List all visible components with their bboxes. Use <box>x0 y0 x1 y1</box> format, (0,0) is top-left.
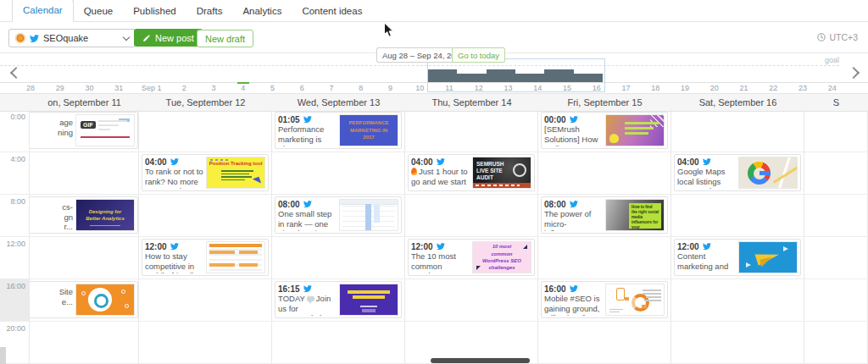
calendar-cell[interactable]: 16:15 TODAYJoin us for #SEMrushchat... <box>272 279 405 321</box>
post-text: One small step in rank — one giant leap … <box>278 209 337 231</box>
time-label: 16:00 <box>0 279 30 321</box>
clock-icon <box>817 33 826 41</box>
calendar-cell[interactable] <box>804 237 868 279</box>
post-card[interactable]: 12:00 Content marketing and #SEO: How to… <box>674 239 801 276</box>
calendar-cell[interactable]: 08:00 One small step in rank — one giant… <box>272 195 405 236</box>
post-card[interactable]: 08:00 One small step in rank — one giant… <box>275 196 402 234</box>
post-thumbnail: Designing for Better Analytics <box>75 199 135 231</box>
calendar-cell[interactable] <box>804 195 868 236</box>
post-time: 08:00 <box>544 200 566 209</box>
calendar-cell[interactable] <box>671 195 804 236</box>
post-time: 16:15 <box>278 284 300 294</box>
calendar-cell[interactable] <box>804 322 868 363</box>
post-card[interactable]: 16:00 Mobile #SEO is gaining ground, sti… <box>541 281 668 318</box>
calendar-cell[interactable] <box>804 110 868 152</box>
calendar-cell[interactable] <box>272 237 405 279</box>
timeline-selection-window[interactable] <box>427 58 605 92</box>
calendar-cell[interactable] <box>405 195 538 236</box>
post-text: Mobile #SEO is gaining ground, still, a … <box>544 294 603 316</box>
calendar-cell[interactable] <box>30 322 139 363</box>
post-time: 04:00 <box>145 157 167 167</box>
calendar-cell[interactable]: age ning GIF <box>30 110 139 152</box>
day-header: Thu, September 14 <box>405 97 538 108</box>
post-text: How to stay competitive in mobile-friend… <box>145 251 203 273</box>
vertical-scrollbar-fragment[interactable] <box>0 347 6 364</box>
calendar-cell[interactable] <box>30 152 139 194</box>
tab-calendar[interactable]: Calendar <box>12 0 74 22</box>
timeline-prev-arrow[interactable] <box>10 67 22 79</box>
post-text: cs- gn r... <box>30 202 73 231</box>
timeline-next-arrow[interactable] <box>848 67 860 79</box>
post-card[interactable]: age ning GIF <box>30 112 138 149</box>
tab-drafts[interactable]: Drafts <box>186 1 233 22</box>
calendar-cell[interactable]: 00:00 [SEMrush Solutions] How to discove… <box>538 110 671 152</box>
calendar-cell[interactable] <box>139 322 272 363</box>
post-card[interactable]: 04:00 Just 1 hour to go and we start our… <box>408 154 535 191</box>
twitter-icon <box>303 284 312 293</box>
calendar-cell[interactable]: 04:00 Google Maps local listings can now… <box>671 152 804 194</box>
calendar-cell[interactable] <box>30 237 139 279</box>
post-card[interactable]: Site e... <box>30 281 138 318</box>
calendar-cell[interactable] <box>804 279 868 321</box>
post-thumbnail <box>339 199 398 231</box>
calendar-cell[interactable]: 12:00 How to stay competitive in mobile-… <box>139 237 272 279</box>
calendar-cell[interactable]: 04:00 To rank or not to rank? No more gu… <box>139 152 272 194</box>
calendar-cell[interactable] <box>405 322 538 363</box>
horizontal-scrollbar[interactable] <box>431 358 530 363</box>
calendar-cell[interactable] <box>139 279 272 321</box>
post-card[interactable]: 04:00 Google Maps local listings can now… <box>674 154 801 191</box>
calendar-cell[interactable]: 08:00 The power of micro-influencers:...… <box>538 195 671 236</box>
calendar-cell[interactable]: 01:05 Performance marketing is "the new.… <box>272 110 405 152</box>
post-card[interactable]: 08:00 The power of micro-influencers:...… <box>541 196 668 234</box>
new-post-button[interactable]: New post <box>134 29 203 47</box>
calendar-cell[interactable] <box>671 322 804 363</box>
calendar-cell[interactable] <box>671 279 804 321</box>
tab-content-ideas[interactable]: Content ideas <box>292 1 372 22</box>
post-thumbnail: SEMRUSH LIVE SITE AUDIT <box>472 157 531 189</box>
calendar-cell[interactable] <box>538 152 671 194</box>
post-thumbnail: Position Tracking tool <box>206 157 265 189</box>
calendar-row: 12:00 12:00 How to stay competitive in m… <box>0 237 868 279</box>
new-draft-button[interactable]: New draft <box>197 30 253 47</box>
calendar-cell[interactable] <box>405 279 538 321</box>
post-text: The 10 most common WordPress... <box>411 251 470 273</box>
post-time: 12:00 <box>677 242 699 251</box>
tab-published[interactable]: Published <box>123 1 186 22</box>
calendar-cell[interactable]: 04:00 Just 1 hour to go and we start our… <box>405 152 538 194</box>
time-label: 8:00 <box>0 195 30 236</box>
profile-name: SEOquake <box>43 33 88 43</box>
twitter-icon <box>437 157 445 166</box>
post-time: 04:00 <box>411 157 433 167</box>
calendar-cell[interactable] <box>405 110 538 152</box>
post-card[interactable]: 12:00 How to stay competitive in mobile-… <box>142 239 269 276</box>
calendar-cell[interactable]: Site e... <box>30 279 139 321</box>
main-tab-bar: Calendar Queue Published Drafts Analytic… <box>0 0 868 22</box>
day-header: Wed, September 13 <box>272 97 405 108</box>
go-to-today-button[interactable]: Go to today <box>452 47 505 63</box>
tab-queue[interactable]: Queue <box>74 1 124 22</box>
calendar-cell[interactable] <box>139 195 272 236</box>
calendar-cell[interactable] <box>272 152 405 194</box>
post-card[interactable]: 04:00 To rank or not to rank? No more gu… <box>142 154 269 191</box>
post-card[interactable]: 00:00 [SEMrush Solutions] How to discove… <box>541 112 668 149</box>
calendar-cell[interactable] <box>139 110 272 152</box>
post-card[interactable]: 01:05 Performance marketing is "the new.… <box>275 112 402 149</box>
calendar-cell[interactable]: cs- gn r... Designing for Better Analyti… <box>30 195 139 236</box>
calendar-cell[interactable] <box>671 110 804 152</box>
calendar-cell[interactable]: 12:00 The 10 most common WordPress... 10… <box>405 237 538 279</box>
calendar-cell[interactable]: 12:00 Content marketing and #SEO: How to… <box>671 237 804 279</box>
day-header: Tue, September 12 <box>139 97 272 108</box>
timezone-setting[interactable]: UTC+3 <box>817 32 858 42</box>
post-card[interactable]: cs- gn r... Designing for Better Analyti… <box>30 196 138 234</box>
post-thumbnail <box>75 284 135 316</box>
twitter-icon <box>703 157 711 166</box>
calendar-cell[interactable] <box>804 152 868 194</box>
calendar-cell[interactable]: 16:00 Mobile #SEO is gaining ground, sti… <box>538 279 671 321</box>
post-card[interactable]: 16:15 TODAYJoin us for #SEMrushchat... <box>275 281 402 318</box>
calendar-cell[interactable] <box>272 322 405 363</box>
tab-analytics[interactable]: Analytics <box>232 1 292 22</box>
calendar-cell[interactable] <box>538 237 671 279</box>
calendar-cell[interactable] <box>538 322 671 363</box>
post-card[interactable]: 12:00 The 10 most common WordPress... 10… <box>408 239 535 276</box>
profile-select[interactable]: SEOquake <box>8 29 136 47</box>
